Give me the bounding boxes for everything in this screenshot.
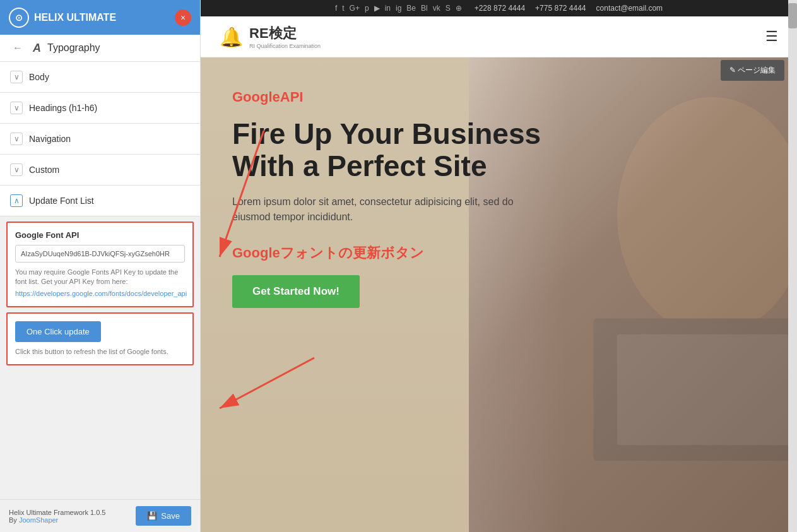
scrollbar-thumb[interactable] xyxy=(788,3,797,28)
hero-title-line2: With a Perfect Site xyxy=(232,150,487,182)
site-header: 🔔 RE検定 RI Qualification Examination ☰ xyxy=(201,16,797,57)
svg-line-2 xyxy=(220,358,314,408)
accordion-update-font-label: Update Font List xyxy=(29,196,94,206)
accordion-list: ∨ Body ∨ Headings (h1-h6) ∨ Navigation ∨… xyxy=(0,62,200,499)
accordion-item-update-font[interactable]: ∧ Update Font List xyxy=(0,186,200,216)
google-font-api-section: Google Font API You may require Google F… xyxy=(6,222,194,307)
hamburger-button[interactable]: ☰ xyxy=(765,28,778,45)
google-font-api-link[interactable]: https://developers.google.com/fonts/docs… xyxy=(15,290,187,297)
google-plus-icon: G+ xyxy=(350,4,360,13)
bloglovin-icon: Bl xyxy=(421,4,428,13)
footer-info: Helix Ultimate Framework 1.0.5 By JoomSh… xyxy=(9,509,105,524)
hero-content: GoogleAPI Fire Up Your Business With a P… xyxy=(232,89,552,308)
skype-icon: S xyxy=(446,4,451,13)
left-panel: ⊙ HELIX ULTIMATE × ← A Typography ∨ Body… xyxy=(0,0,201,532)
instagram-icon: ig xyxy=(396,4,401,13)
hero-title-line1: Fire Up Your Business xyxy=(232,117,541,150)
typography-icon: A xyxy=(33,42,41,55)
one-click-update-button[interactable]: One Click update xyxy=(15,321,101,342)
site-logo-mark: 🔔 xyxy=(220,26,243,48)
vk-icon: vk xyxy=(433,4,440,13)
google-font-annotation: Googleフォントの更新ボタン xyxy=(232,244,552,263)
site-logo: 🔔 RE検定 RI Qualification Examination xyxy=(220,24,321,49)
close-button[interactable]: × xyxy=(175,9,191,26)
save-button[interactable]: 💾 Save xyxy=(136,506,191,526)
helix-logo-text: HELIX ULTIMATE xyxy=(34,11,116,24)
hero-subtitle: Lorem ipsum dolor sit amet, consectetur … xyxy=(232,194,552,225)
logo-circle-icon: ⊙ xyxy=(9,8,29,28)
chevron-down-icon: ∨ xyxy=(10,71,23,83)
facebook-icon: f xyxy=(335,4,337,13)
accordion-item-navigation[interactable]: ∨ Navigation xyxy=(0,124,200,155)
hero-section: GoogleAPI Fire Up Your Business With a P… xyxy=(201,57,797,532)
cta-button[interactable]: Get Started Now! xyxy=(232,275,360,308)
save-label: Save xyxy=(161,511,180,521)
youtube-icon: ▶ xyxy=(374,4,380,13)
helix-logo: ⊙ HELIX ULTIMATE xyxy=(9,8,116,28)
topbar-social: f t G+ p ▶ in ig Be Bl vk S ⊕ xyxy=(335,4,462,13)
site-logo-text: RE検定 xyxy=(249,24,321,43)
email: contact@email.com xyxy=(596,4,663,13)
framework-version: Helix Ultimate Framework 1.0.5 xyxy=(9,509,105,516)
update-helper-text: Click this button to refresh the list of… xyxy=(15,347,185,357)
behance-icon: Be xyxy=(406,4,416,13)
save-icon: 💾 xyxy=(147,511,157,521)
scrollbar[interactable] xyxy=(788,0,797,532)
twitter-icon: t xyxy=(342,4,344,13)
accordion-headings-label: Headings (h1-h6) xyxy=(29,103,97,113)
site-logo-sub: RI Qualification Examination xyxy=(249,43,321,49)
google-font-api-input[interactable] xyxy=(15,245,185,263)
google-font-api-title: Google Font API xyxy=(15,230,185,240)
google-font-api-helper: You may require Google Fonts API Key to … xyxy=(15,268,185,287)
chevron-up-icon: ∧ xyxy=(10,194,23,207)
pinterest-icon: p xyxy=(365,4,369,13)
update-font-section: One Click update Click this button to re… xyxy=(6,312,194,365)
accordion-custom-label: Custom xyxy=(29,165,59,175)
accordion-item-custom[interactable]: ∨ Custom xyxy=(0,155,200,186)
accordion-body-label: Body xyxy=(29,72,49,82)
back-button[interactable]: ← xyxy=(9,41,27,55)
chevron-down-icon: ∨ xyxy=(10,102,23,114)
accordion-navigation-label: Navigation xyxy=(29,134,71,144)
topbar-contact: +228 872 4444 +775 872 4444 contact@emai… xyxy=(475,4,663,13)
edit-page-button[interactable]: ✎ ページ編集 xyxy=(721,60,784,81)
accordion-item-headings[interactable]: ∨ Headings (h1-h6) xyxy=(0,93,200,124)
phone1: +228 872 4444 xyxy=(475,4,525,13)
chevron-down-icon: ∨ xyxy=(10,133,23,145)
accordion-item-body[interactable]: ∨ Body xyxy=(0,62,200,93)
joomshaper-link[interactable]: JoomShaper xyxy=(19,516,58,524)
chevron-down-icon: ∨ xyxy=(10,163,23,176)
whatsapp-icon: ⊕ xyxy=(456,4,462,13)
linkedin-icon: in xyxy=(385,4,391,13)
site-topbar: f t G+ p ▶ in ig Be Bl vk S ⊕ +228 872 4… xyxy=(201,0,797,16)
brand-info: By JoomShaper xyxy=(9,516,105,524)
panel-subheader: ← A Typography xyxy=(0,35,200,62)
google-api-annotation: GoogleAPI xyxy=(232,89,552,105)
panel-footer: Helix Ultimate Framework 1.0.5 By JoomSh… xyxy=(0,499,200,532)
right-panel: f t G+ p ▶ in ig Be Bl vk S ⊕ +228 872 4… xyxy=(201,0,797,532)
hero-title: Fire Up Your Business With a Perfect Sit… xyxy=(232,118,552,182)
panel-header: ⊙ HELIX ULTIMATE × xyxy=(0,0,200,35)
phone2: +775 872 4444 xyxy=(535,4,586,13)
typography-title: Typography xyxy=(47,42,100,54)
